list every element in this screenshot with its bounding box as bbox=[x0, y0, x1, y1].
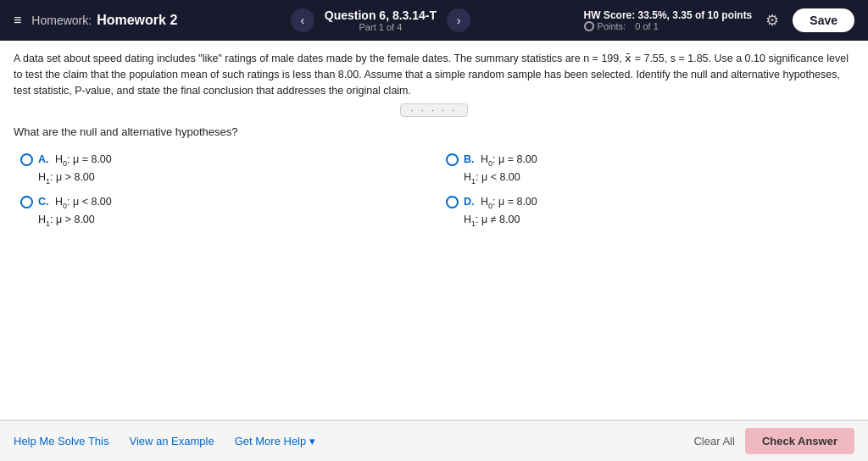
expand-bar[interactable]: · · · · · bbox=[14, 103, 854, 117]
homework-label: Homework: bbox=[31, 14, 92, 27]
option-b-label: B. H0: μ = 8.00H1: μ < 8.00 bbox=[464, 152, 537, 187]
header-center: ‹ Question 6, 8.3.14-T Part 1 of 4 › bbox=[177, 8, 583, 32]
option-a-text: H0: μ = 8.00H1: μ > 8.00 bbox=[38, 153, 112, 183]
option-a-label: A. H0: μ = 8.00H1: μ > 8.00 bbox=[38, 152, 112, 187]
option-d-text: H0: μ = 8.00H1: μ ≠ 8.00 bbox=[464, 196, 537, 225]
expand-dots[interactable]: · · · · · bbox=[400, 103, 469, 117]
hw-score-label: HW Score: 33.5%, 3.35 of 10 points bbox=[584, 9, 753, 21]
footer: Help Me Solve This View an Example Get M… bbox=[0, 420, 868, 461]
radio-c[interactable] bbox=[20, 196, 33, 208]
option-c-letter: C. bbox=[38, 196, 49, 208]
question-title: Question 6, 8.3.14-T bbox=[325, 8, 437, 22]
hw-score-points: Points: 0 of 1 bbox=[584, 21, 753, 31]
header: ≡ Homework: Homework 2 ‹ Question 6, 8.3… bbox=[0, 0, 868, 41]
get-more-help-button[interactable]: Get More Help ▾ bbox=[235, 435, 315, 447]
subquestion-label: What are the null and alternative hypoth… bbox=[14, 125, 854, 138]
options-grid: A. H0: μ = 8.00H1: μ > 8.00 B. H0: μ = 8… bbox=[20, 152, 854, 230]
footer-right: Clear All Check Answer bbox=[693, 428, 854, 454]
footer-left: Help Me Solve This View an Example Get M… bbox=[14, 435, 315, 447]
option-d[interactable]: D. H0: μ = 8.00H1: μ ≠ 8.00 bbox=[446, 194, 854, 230]
option-b-letter: B. bbox=[464, 153, 475, 165]
main-content: A data set about speed dating includes "… bbox=[0, 41, 868, 420]
save-button[interactable]: Save bbox=[793, 8, 854, 32]
menu-icon[interactable]: ≡ bbox=[14, 13, 21, 28]
check-answer-button[interactable]: Check Answer bbox=[745, 428, 854, 454]
help-me-solve-button[interactable]: Help Me Solve This bbox=[14, 435, 108, 447]
radio-a[interactable] bbox=[20, 153, 33, 166]
hw-score: HW Score: 33.5%, 3.35 of 10 points Point… bbox=[584, 9, 753, 31]
option-a[interactable]: A. H0: μ = 8.00H1: μ > 8.00 bbox=[20, 152, 429, 187]
option-d-label: D. H0: μ = 8.00H1: μ ≠ 8.00 bbox=[464, 194, 537, 230]
clear-all-button[interactable]: Clear All bbox=[693, 435, 734, 447]
option-b[interactable]: B. H0: μ = 8.00H1: μ < 8.00 bbox=[446, 152, 854, 187]
settings-button[interactable]: ⚙ bbox=[765, 11, 779, 30]
option-d-letter: D. bbox=[464, 196, 475, 208]
question-text: A data set about speed dating includes "… bbox=[14, 51, 854, 98]
header-right: HW Score: 33.5%, 3.35 of 10 points Point… bbox=[584, 8, 854, 32]
radio-b[interactable] bbox=[446, 153, 459, 166]
prev-question-button[interactable]: ‹ bbox=[291, 8, 314, 32]
question-info: Question 6, 8.3.14-T Part 1 of 4 bbox=[325, 8, 437, 32]
next-question-button[interactable]: › bbox=[447, 8, 470, 32]
option-a-letter: A. bbox=[38, 153, 49, 165]
points-circle-icon bbox=[584, 21, 594, 31]
homework-title: Homework 2 bbox=[97, 13, 177, 28]
option-c-text: H0: μ < 8.00H1: μ > 8.00 bbox=[38, 196, 112, 225]
view-example-button[interactable]: View an Example bbox=[129, 435, 214, 447]
radio-d[interactable] bbox=[446, 196, 459, 208]
option-c[interactable]: C. H0: μ < 8.00H1: μ > 8.00 bbox=[20, 194, 429, 230]
option-c-label: C. H0: μ < 8.00H1: μ > 8.00 bbox=[38, 194, 112, 230]
question-sub: Part 1 of 4 bbox=[325, 22, 437, 32]
option-b-text: H0: μ = 8.00H1: μ < 8.00 bbox=[464, 153, 537, 183]
